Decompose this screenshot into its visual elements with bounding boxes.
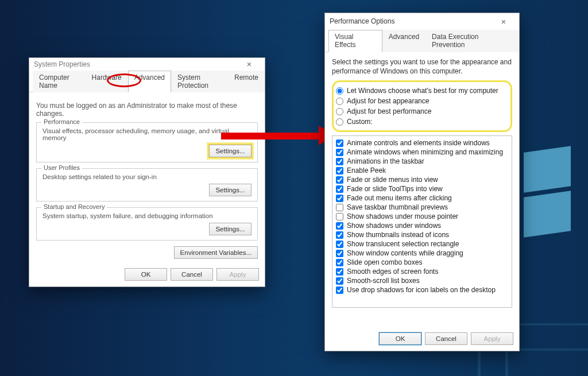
check-row[interactable]: Show thumbnails instead of icons [336, 230, 508, 239]
tab-advanced[interactable]: Advanced [382, 30, 425, 52]
radio-group-highlight: Let Windows choose what's best for my co… [332, 80, 512, 132]
checkbox-input[interactable] [336, 158, 343, 165]
radio-input[interactable] [336, 118, 343, 126]
checkbox-input[interactable] [336, 241, 343, 248]
dialog-buttons: OK Cancel Apply [29, 263, 265, 286]
check-row[interactable]: Show shadows under mouse pointer [336, 212, 508, 221]
check-label: Show translucent selection rectangle [347, 240, 459, 248]
check-row[interactable]: Fade or slide ToolTips into view [336, 184, 508, 193]
check-label: Smooth edges of screen fonts [347, 268, 438, 276]
env-vars-button[interactable]: Environment Variables... [174, 246, 258, 259]
check-row[interactable]: Fade out menu items after clicking [336, 193, 508, 203]
check-row[interactable]: Smooth-scroll list boxes [336, 276, 508, 285]
tab-computer-name[interactable]: Computer Name [33, 71, 86, 92]
check-label: Animate windows when minimizing and maxi… [347, 148, 503, 156]
visual-effects-list[interactable]: Animate controls and elements inside win… [332, 135, 512, 308]
check-row[interactable]: Smooth edges of screen fonts [336, 267, 508, 276]
dialog-body: Select the settings you want to use for … [325, 52, 519, 328]
group-label: Startup and Recovery [41, 203, 107, 210]
check-row[interactable]: Fade or slide menus into view [336, 175, 508, 184]
ok-button[interactable]: OK [379, 332, 421, 345]
admin-note: You must be logged on as an Administrato… [36, 102, 258, 118]
check-row[interactable]: Animate windows when minimizing and maxi… [336, 148, 508, 157]
checkbox-input[interactable] [336, 277, 343, 285]
checkbox-input[interactable] [336, 259, 343, 266]
titlebar: System Properties × [29, 58, 265, 70]
check-label: Fade or slide ToolTips into view [347, 185, 443, 193]
check-row[interactable]: Slide open combo boxes [336, 258, 508, 267]
checkbox-input[interactable] [336, 250, 343, 257]
titlebar: Performance Options × [325, 13, 519, 29]
radio-let-windows-choose-what-s-best-for-my-computer[interactable]: Let Windows choose what's best for my co… [336, 86, 506, 96]
checkbox-input[interactable] [336, 213, 343, 220]
radio-adjust-for-best-appearance[interactable]: Adjust for best appearance [336, 96, 506, 106]
apply-button[interactable]: Apply [471, 332, 513, 345]
check-row[interactable]: Show translucent selection rectangle [336, 239, 508, 249]
cancel-button[interactable]: Cancel [171, 268, 213, 281]
checkbox-input[interactable] [336, 176, 343, 184]
checkbox-input[interactable] [336, 222, 343, 230]
radio-label: Adjust for best appearance [347, 97, 429, 105]
group-desc: Desktop settings related to your sign-in [42, 173, 252, 180]
checkbox-input[interactable] [336, 149, 343, 156]
check-label: Use drop shadows for icon labels on the … [347, 286, 496, 294]
tab-system-protection[interactable]: System Protection [171, 71, 228, 92]
system-properties-dialog: System Properties × Computer NameHardwar… [29, 57, 265, 287]
group-label: Performance [41, 118, 82, 125]
performance-options-dialog: Performance Options × Visual EffectsAdva… [324, 13, 520, 351]
check-label: Slide open combo boxes [347, 258, 422, 266]
apply-button[interactable]: Apply [216, 268, 259, 281]
ok-button[interactable]: OK [125, 268, 167, 281]
close-icon[interactable]: × [238, 59, 260, 69]
checkbox-input[interactable] [336, 167, 343, 175]
radio-custom[interactable]: Custom: [336, 117, 506, 127]
group-label: User Profiles [41, 164, 82, 171]
tab-remote[interactable]: Remote [228, 71, 265, 92]
userprofiles-settings-button[interactable]: Settings... [209, 184, 252, 196]
check-label: Fade out menu items after clicking [347, 194, 452, 202]
check-label: Save taskbar thumbnail previews [347, 203, 448, 211]
tab-advanced[interactable]: Advanced [128, 71, 171, 92]
checkbox-input[interactable] [336, 231, 343, 239]
window-title: System Properties [34, 60, 238, 68]
check-row[interactable]: Show shadows under windows [336, 221, 508, 230]
dialog-buttons: OK Cancel Apply [325, 328, 519, 351]
tab-strip: Visual EffectsAdvancedData Execution Pre… [325, 29, 519, 52]
close-icon[interactable]: × [493, 17, 514, 26]
check-label: Animate controls and elements inside win… [347, 139, 490, 147]
checkbox-input[interactable] [336, 286, 343, 294]
check-row[interactable]: Animate controls and elements inside win… [336, 138, 508, 148]
check-row[interactable]: Animations in the taskbar [336, 157, 508, 166]
cancel-button[interactable]: Cancel [425, 332, 467, 345]
tab-visual-effects[interactable]: Visual Effects [328, 30, 382, 52]
check-label: Show thumbnails instead of icons [347, 231, 449, 239]
group-user-profiles: User Profiles Desktop settings related t… [36, 168, 258, 201]
radio-input[interactable] [336, 108, 343, 115]
check-row[interactable]: Show window contents while dragging [336, 249, 508, 258]
checkbox-input[interactable] [336, 185, 343, 193]
radio-label: Let Windows choose what's best for my co… [347, 87, 498, 95]
startup-settings-button[interactable]: Settings... [209, 223, 252, 235]
radio-input[interactable] [336, 87, 343, 95]
explain-text: Select the settings you want to use for … [332, 58, 512, 76]
check-row[interactable]: Save taskbar thumbnail previews [336, 203, 508, 212]
checkbox-input[interactable] [336, 204, 343, 211]
group-performance: Performance Visual effects, processor sc… [36, 122, 258, 162]
checkbox-input[interactable] [336, 195, 343, 202]
checkbox-input[interactable] [336, 139, 343, 147]
radio-label: Adjust for best performance [347, 107, 431, 115]
check-label: Show shadows under mouse pointer [347, 212, 458, 220]
perf-settings-button[interactable]: Settings... [209, 145, 252, 157]
checkbox-input[interactable] [336, 268, 343, 276]
radio-input[interactable] [336, 98, 343, 105]
check-label: Fade or slide menus into view [347, 176, 438, 184]
check-label: Enable Peek [347, 166, 386, 175]
group-desc: System startup, system failure, and debu… [42, 212, 252, 219]
tab-data-execution-prevention[interactable]: Data Execution Prevention [425, 30, 519, 52]
tab-hardware[interactable]: Hardware [86, 71, 128, 92]
check-row[interactable]: Enable Peek [336, 166, 508, 175]
check-row[interactable]: Use drop shadows for icon labels on the … [336, 285, 508, 294]
window-title: Performance Options [330, 17, 493, 25]
check-label: Smooth-scroll list boxes [347, 277, 420, 285]
radio-adjust-for-best-performance[interactable]: Adjust for best performance [336, 106, 506, 117]
